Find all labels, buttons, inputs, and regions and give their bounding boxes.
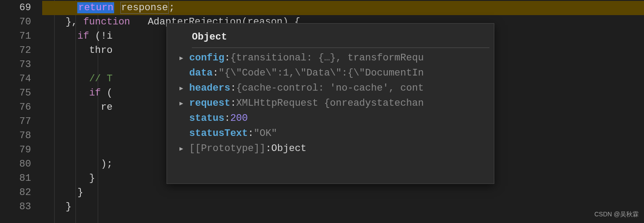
property-value: "{\"Code\":1,\"Data\":{\"DocumentIn [219,66,424,81]
line-number: 75 [0,86,31,100]
line-number: 70 [0,15,31,29]
line-number: 74 [0,72,31,86]
property-key: headers [189,81,230,96]
line-number: 81 [0,171,31,186]
tooltip-property[interactable]: ▶ headers: {cache-control: 'no-cache', c… [179,81,489,96]
line-number: 78 [0,129,31,143]
property-value: {transitional: {…}, transformRequ [230,51,424,66]
line-number: 72 [0,44,31,58]
tooltip-prototype[interactable]: ▶ [[Prototype]]: Object [179,141,489,156]
line-number: 69 [0,1,31,15]
tooltip-property[interactable]: data: "{\"Code\":1,\"Data\":{\"DocumentI… [179,66,489,81]
line-number: 77 [0,115,31,129]
line-number: 80 [0,157,31,171]
property-key: request [189,96,230,111]
return-keyword: return [77,2,114,13]
code-line[interactable]: return response; [42,1,644,15]
code-line[interactable]: } [42,200,644,214]
property-value: Object [271,141,306,156]
expand-arrow-icon[interactable]: ▶ [179,141,189,156]
property-value: XMLHttpRequest {onreadystatechan [236,96,424,111]
code-line[interactable]: } [42,186,644,200]
property-value: {cache-control: 'no-cache', cont [236,81,424,96]
line-number: 83 [0,200,31,214]
line-number: 71 [0,29,31,44]
expand-arrow-icon[interactable]: ▶ [179,51,189,66]
tooltip-title: Object [192,30,489,48]
code-content[interactable]: return response; }, function AdapterReje… [42,0,644,223]
property-key: [[Prototype]] [189,141,266,156]
debug-hover-tooltip[interactable]: Object ▶ config: {transitional: {…}, tra… [167,23,494,184]
expand-arrow-icon[interactable]: ▶ [179,81,189,96]
watermark: CSDN @吴秋霖 [594,211,639,219]
tooltip-property[interactable]: status: 200 [179,111,489,126]
line-number: 79 [0,143,31,157]
line-number: 73 [0,58,31,72]
tooltip-property[interactable]: ▶ request: XMLHttpRequest {onreadystatec… [179,96,489,111]
property-key: status [189,111,224,126]
tooltip-property[interactable]: statusText: "OK" [179,126,489,141]
property-key: statusText [189,126,248,141]
property-key: config [189,51,224,66]
line-number: 76 [0,100,31,115]
line-number-gutter: 69 70 71 72 73 74 75 76 77 78 79 80 81 8… [0,0,42,223]
line-number: 82 [0,186,31,200]
tooltip-property[interactable]: ▶ config: {transitional: {…}, transformR… [179,51,489,66]
property-value: 200 [230,111,248,126]
expand-arrow-icon[interactable]: ▶ [179,96,189,111]
code-editor[interactable]: 69 70 71 72 73 74 75 76 77 78 79 80 81 8… [0,0,644,223]
property-key: data [189,66,213,81]
property-value: "OK" [254,126,277,141]
